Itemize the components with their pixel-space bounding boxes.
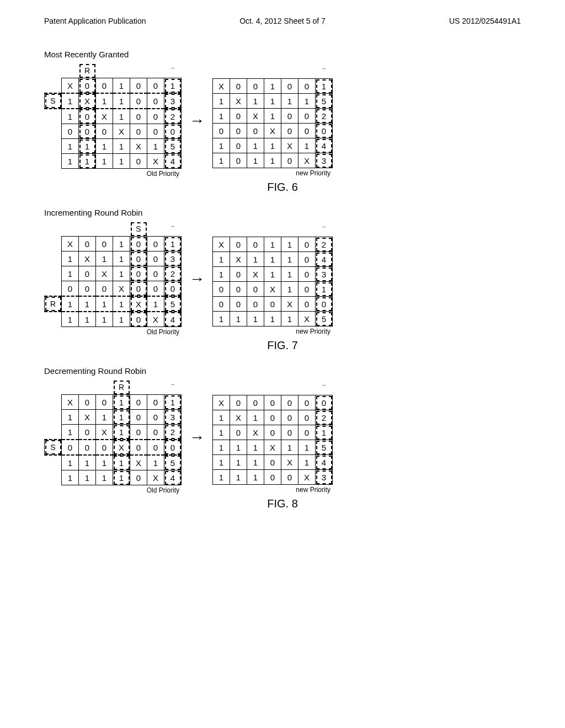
table-row: 1110X14	[213, 455, 333, 470]
table-row: 10110X3	[213, 153, 333, 168]
table-row: 11110X4	[45, 154, 182, 169]
col-header-S: S	[130, 222, 147, 237]
table-row: X001102	[213, 237, 333, 252]
figure-label-8: FIG. 8	[44, 497, 521, 510]
fig7-left-matrix: S⌒ X001001 1X11003 10X1002 000X000 R1111…	[44, 222, 182, 336]
arrow-icon: →	[189, 429, 205, 446]
fig8-row: R⌒ X001001 1X11003 10X1002 S000X000 1111…	[44, 380, 521, 494]
table-row: 1X10002	[213, 410, 333, 425]
section-title-drr: Decrementing Round Robin	[44, 366, 521, 376]
table-row: R1111X15	[45, 296, 182, 312]
new-priority-caption: new Priority	[212, 328, 333, 335]
table-row: 10X1002	[45, 425, 182, 440]
fig7-right-matrix: ⌒ X001102 1X11104 10X1103 000X101 0000X0…	[212, 222, 333, 335]
table-row: 11100X3	[213, 470, 333, 485]
old-priority-caption: Old Priority	[44, 170, 182, 178]
section-title-mrg: Most Recently Granted	[44, 50, 521, 59]
fig6-right-matrix: ⌒ X001001 1X11115 10X1002 000X000 1011X1…	[212, 64, 333, 177]
table-row: X001001	[45, 78, 182, 94]
table-row: X001001	[45, 395, 182, 410]
table-row: 000X000	[45, 124, 182, 139]
row-header-S: S	[45, 440, 62, 455]
fig8-left-matrix: R⌒ X001001 1X11003 10X1002 S000X000 1111…	[44, 380, 182, 494]
fig6-row: R⌒ X001001 S1X11003 10X1002 000X000 1111…	[44, 63, 521, 178]
old-priority-caption: Old Priority	[44, 328, 182, 336]
table-row: 1111X15	[45, 455, 182, 470]
new-priority-caption: new Priority	[212, 169, 333, 177]
table-row: 1011X14	[213, 138, 333, 153]
table-row: 10X1002	[213, 109, 333, 124]
table-row: 0000X00	[213, 297, 333, 312]
old-priority-caption: Old Priority	[44, 486, 182, 494]
arrow-icon: →	[189, 112, 205, 130]
table-row: 000X101	[213, 282, 333, 297]
table-row: 111X115	[213, 440, 333, 455]
table-row: 11110X4	[45, 470, 182, 485]
table-row: S000X000	[45, 440, 182, 455]
row-header-S: S	[45, 93, 62, 109]
table-row: 000X000	[213, 124, 333, 138]
col-header-R: R	[113, 380, 130, 395]
table-row: 10X1002	[45, 266, 182, 281]
row-header-R: R	[45, 296, 62, 312]
header-center: Oct. 4, 2012 Sheet 5 of 7	[0, 17, 565, 25]
new-priority-caption: new Priority	[212, 486, 333, 494]
col-header-R: R	[79, 63, 96, 78]
table-row: 10X1002	[45, 109, 182, 124]
table-row: S1X11003	[45, 93, 182, 109]
section-title-irr: Incrementing Round Robin	[44, 208, 521, 217]
fig8-right-matrix: ⌒ X000000 1X10002 10X0001 111X115 1110X1…	[212, 381, 333, 494]
table-row: 1X11104	[213, 252, 333, 267]
table-row: X000000	[213, 395, 333, 410]
table-row: 10X1103	[213, 267, 333, 282]
table-row: 11110X4	[45, 312, 182, 327]
table-row: X001001	[45, 237, 182, 251]
table-row: 000X000	[45, 281, 182, 297]
table-row: 11111X5	[213, 312, 333, 326]
table-row: 10X0001	[213, 425, 333, 440]
table-row: 1X11003	[45, 251, 182, 266]
fig7-row: S⌒ X001001 1X11003 10X1002 000X000 R1111…	[44, 222, 521, 336]
figure-label-6: FIG. 6	[44, 181, 521, 194]
figure-label-7: FIG. 7	[44, 339, 521, 352]
table-row: 1X11115	[213, 94, 333, 109]
table-row: 1111X15	[45, 139, 182, 154]
arrow-icon: →	[189, 270, 205, 288]
fig6-left-matrix: R⌒ X001001 S1X11003 10X1002 000X000 1111…	[44, 63, 182, 178]
table-row: 1X11003	[45, 410, 182, 425]
table-row: X001001	[213, 79, 333, 94]
